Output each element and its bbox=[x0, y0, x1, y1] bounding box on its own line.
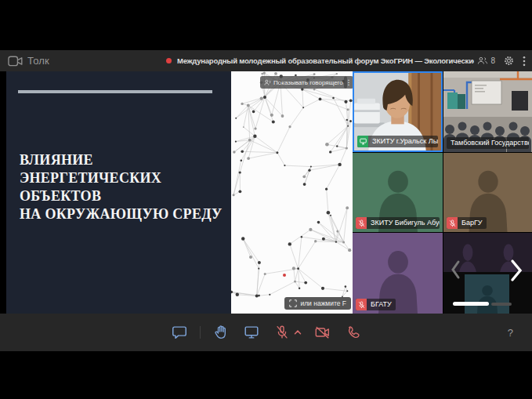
slide-title-line: ВЛИЯНИЕ bbox=[20, 151, 223, 169]
participant-name: ЗКИТУ г.Уральск Лыс... bbox=[368, 136, 438, 147]
kebab-menu-icon bbox=[523, 56, 526, 67]
show-speaker-toggle[interactable]: Показывать говорящего bbox=[260, 76, 347, 89]
kebab-menu-icon: ⋮ bbox=[346, 78, 353, 86]
participant-tile-bgatu[interactable]: БГАТУ bbox=[353, 233, 443, 314]
slide-accent-rule bbox=[18, 90, 212, 93]
fullscreen-hint[interactable]: или нажмите F bbox=[284, 297, 351, 310]
mic-muted-icon bbox=[273, 324, 291, 341]
mic-muted-icon bbox=[449, 219, 456, 227]
carousel-page-indicator bbox=[491, 303, 512, 306]
participant-tile-zkitu-uralsk[interactable]: ЗКИТУ г.Уральск Лыс... bbox=[353, 71, 443, 152]
slide-title-line: ЭНЕРГЕТИЧЕСКИХ bbox=[20, 169, 223, 187]
raise-hand-button[interactable] bbox=[211, 322, 231, 343]
gear-icon bbox=[504, 56, 514, 66]
chevron-up-icon bbox=[294, 329, 302, 336]
participants-button[interactable]: 8 bbox=[477, 56, 495, 65]
mic-muted-badge bbox=[447, 217, 458, 229]
share-options-button[interactable]: ⋮ bbox=[344, 76, 353, 89]
participant-tile-tambov[interactable]: Тамбовский Государствен... bbox=[443, 71, 532, 152]
video-camera-logo-icon bbox=[8, 56, 23, 67]
app-name: Толк bbox=[27, 55, 49, 67]
participant-label: БГАТУ bbox=[356, 299, 396, 310]
camera-muted-icon bbox=[313, 324, 331, 341]
speaker-person-icon bbox=[264, 79, 271, 86]
participant-tile-bargu[interactable]: БарГУ bbox=[443, 153, 532, 232]
participant-label: БарГУ bbox=[447, 217, 487, 229]
expand-icon bbox=[289, 299, 297, 307]
participant-label: Тамбовский Государствен... bbox=[447, 137, 529, 149]
carousel-next-button[interactable] bbox=[509, 258, 523, 283]
chat-icon bbox=[171, 324, 188, 341]
screen-share-icon bbox=[243, 324, 260, 341]
mic-muted-badge bbox=[356, 217, 367, 229]
participant-label: ЗКИТУ г.Уральск Лыс... bbox=[357, 136, 438, 147]
slide-title-line: НА ОКРУЖАЮЩУЮ СРЕДУ bbox=[20, 205, 223, 223]
participants-icon bbox=[477, 56, 488, 65]
participant-name: БарГУ bbox=[458, 217, 487, 229]
microphone-muted-button[interactable] bbox=[272, 322, 292, 343]
fullscreen-hint-label: или нажмите F bbox=[300, 299, 346, 307]
chevron-left-icon bbox=[450, 259, 461, 280]
raised-hand-icon bbox=[212, 324, 230, 341]
screen-share-badge bbox=[357, 136, 368, 147]
screen-share-button[interactable] bbox=[241, 322, 262, 343]
app-logo: Толк bbox=[8, 50, 49, 71]
avatar-silhouette bbox=[472, 281, 503, 314]
header-actions: 8 bbox=[477, 50, 526, 71]
call-controls-toolbar: ? bbox=[0, 314, 532, 351]
participant-tile-zkitu-bibigul[interactable]: ЗКИТУ Бибигуль Абуе... bbox=[353, 153, 443, 232]
hang-up-button[interactable] bbox=[343, 322, 364, 343]
more-menu-button[interactable] bbox=[523, 56, 526, 67]
microphone-device-caret-button[interactable] bbox=[293, 322, 302, 343]
network-graph-decoration bbox=[231, 71, 353, 314]
carousel-prev-button[interactable] bbox=[450, 259, 461, 280]
help-button[interactable]: ? bbox=[503, 326, 518, 339]
phone-hangup-icon bbox=[345, 324, 362, 341]
participant-carousel-tile bbox=[443, 233, 532, 314]
recording-indicator-dot bbox=[166, 58, 172, 63]
carousel-page-indicator-active bbox=[453, 302, 489, 306]
shared-screen-slide-right: Показывать говорящего ⋮ или нажмите F bbox=[231, 71, 353, 314]
meeting-title: Международный молодежный образовательный… bbox=[177, 56, 474, 65]
slide-title: ВЛИЯНИЕ ЭНЕРГЕТИЧЕСКИХ ОБЪЕКТОВ НА ОКРУЖ… bbox=[20, 151, 223, 223]
toolbar-separator bbox=[200, 326, 201, 339]
show-speaker-label: Показывать говорящего bbox=[273, 79, 343, 86]
mic-muted-badge bbox=[356, 299, 367, 310]
camera-muted-button[interactable] bbox=[313, 322, 333, 343]
header-bar: Толк Международный молодежный образовате… bbox=[0, 50, 532, 71]
settings-button[interactable] bbox=[504, 56, 514, 66]
talk-app-window: Толк Международный молодежный образовате… bbox=[0, 0, 532, 399]
chevron-right-icon bbox=[509, 258, 523, 283]
screen-share-icon bbox=[360, 138, 367, 145]
microphone-control-group bbox=[272, 322, 302, 343]
chat-button[interactable] bbox=[169, 322, 190, 343]
shared-screen-slide-left: ВЛИЯНИЕ ЭНЕРГЕТИЧЕСКИХ ОБЪЕКТОВ НА ОКРУЖ… bbox=[6, 71, 231, 314]
carousel-preview-tile bbox=[465, 274, 509, 314]
participant-name: ЗКИТУ Бибигуль Абуе... bbox=[367, 217, 440, 229]
mic-muted-icon bbox=[358, 301, 365, 309]
participant-name: Тамбовский Государствен... bbox=[447, 137, 529, 149]
participant-name: БГАТУ bbox=[367, 299, 396, 310]
participant-label: ЗКИТУ Бибигуль Абуе... bbox=[356, 217, 440, 229]
participants-count: 8 bbox=[490, 56, 495, 65]
slide-title-line: ОБЪЕКТОВ bbox=[20, 187, 223, 205]
meeting-title-group: Международный молодежный образовательный… bbox=[166, 50, 474, 71]
mic-muted-icon bbox=[358, 219, 365, 227]
